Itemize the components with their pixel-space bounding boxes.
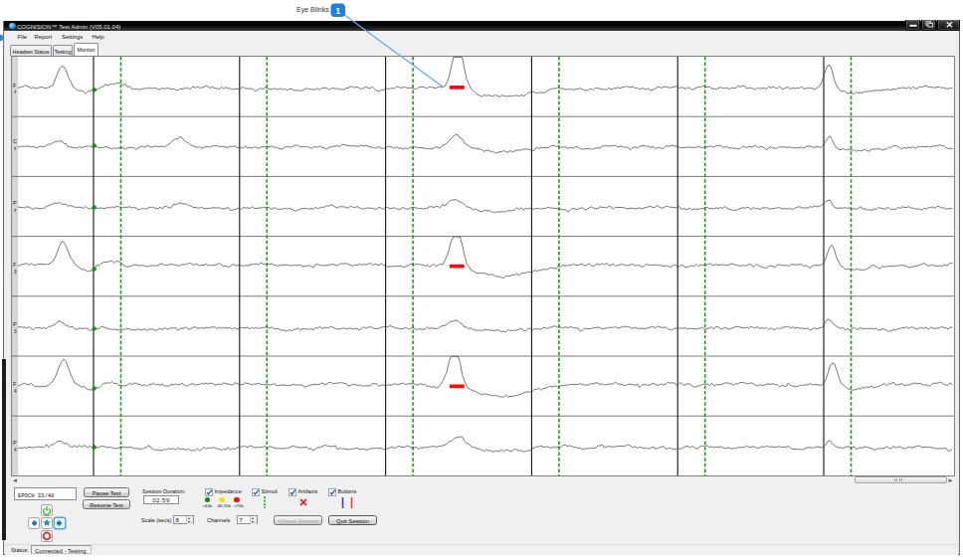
svg-text:P: P	[13, 199, 17, 205]
svg-text:4: 4	[14, 447, 17, 452]
svg-text:F: F	[13, 261, 17, 267]
svg-text:3: 3	[14, 269, 17, 274]
svg-text:F: F	[13, 82, 17, 88]
svg-text:P: P	[13, 320, 17, 326]
svg-text:F: F	[13, 380, 17, 386]
svg-text:4: 4	[14, 388, 17, 393]
svg-text:1: 1	[335, 6, 340, 16]
svg-text:P: P	[13, 439, 17, 445]
svg-text:3: 3	[14, 328, 17, 333]
svg-text:C: C	[13, 137, 17, 143]
